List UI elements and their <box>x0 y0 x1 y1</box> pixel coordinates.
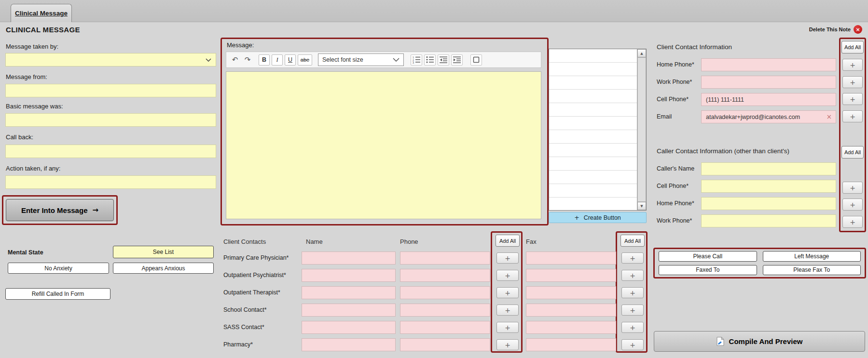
school-fax-input[interactable] <box>526 304 616 317</box>
home-phone-input[interactable] <box>701 58 836 71</box>
psychiatrist-name-input[interactable] <box>302 269 396 282</box>
therapist-add-fax-button[interactable]: + <box>621 287 644 298</box>
scroll-up-button[interactable]: ▲ <box>637 49 646 57</box>
appears-anxious-button[interactable]: Appears Anxious <box>113 263 214 274</box>
therapist-fax-input[interactable] <box>526 286 616 299</box>
basic-message-input[interactable] <box>5 113 216 127</box>
square-outline-button[interactable] <box>470 54 482 66</box>
add-caller-cell-phone-button[interactable]: + <box>842 182 863 194</box>
add-all-phone-button[interactable]: Add All <box>496 235 520 247</box>
school-name-input[interactable] <box>302 304 396 317</box>
clear-email-icon[interactable]: × <box>827 113 832 120</box>
please-call-button[interactable]: Please Call <box>659 251 757 262</box>
pcp-phone-input[interactable] <box>400 252 490 265</box>
quick-button-slot[interactable] <box>549 130 637 144</box>
sass-add-fax-button[interactable]: + <box>621 322 644 333</box>
psychiatrist-fax-input[interactable] <box>526 269 616 282</box>
quick-button-slot[interactable] <box>549 90 637 103</box>
faxed-to-button[interactable]: Faxed To <box>659 265 757 276</box>
no-anxiety-button[interactable]: No Anxiety <box>8 263 109 274</box>
caller-cell-phone-input[interactable] <box>701 180 836 193</box>
pcp-name-input[interactable] <box>302 252 396 265</box>
enter-into-message-button[interactable]: Enter Into Message → <box>6 199 114 221</box>
quick-button-slot[interactable] <box>549 63 637 76</box>
field-label-action-taken: Action taken, if any: <box>6 165 60 172</box>
message-from-input[interactable] <box>5 84 216 97</box>
refill-called-in-form-button[interactable]: Refill Called In Form <box>5 288 110 300</box>
scrollbar-thumb[interactable] <box>637 57 646 202</box>
redo-button[interactable]: ↷ <box>242 54 253 66</box>
school-phone-input[interactable] <box>400 304 490 317</box>
pharmacy-add-fax-button[interactable]: + <box>621 339 644 350</box>
cell-phone-input[interactable] <box>701 93 836 106</box>
bold-button[interactable]: B <box>259 54 270 66</box>
tab-clinical-message[interactable]: Clinical Message <box>11 4 72 22</box>
email-input[interactable] <box>701 110 836 123</box>
numbered-list-button[interactable]: 123 <box>411 54 422 66</box>
add-cell-phone-button[interactable]: + <box>842 93 863 105</box>
see-list-button[interactable]: See List <box>113 246 214 258</box>
quick-button-slot[interactable] <box>549 144 637 157</box>
bullet-list-button[interactable] <box>424 54 436 66</box>
caller-work-phone-input[interactable] <box>701 214 836 227</box>
psychiatrist-add-fax-button[interactable]: + <box>621 270 644 281</box>
add-all-fax-button[interactable]: Add All <box>620 235 645 247</box>
scroll-down-button[interactable]: ▼ <box>637 202 646 210</box>
quick-button-slot[interactable] <box>549 76 637 90</box>
add-email-button[interactable]: + <box>842 110 863 122</box>
psychiatrist-phone-input[interactable] <box>400 269 490 282</box>
add-work-phone-button[interactable]: + <box>842 76 863 88</box>
caller-name-input[interactable] <box>701 162 836 175</box>
indent-button[interactable] <box>451 54 463 66</box>
pcp-add-fax-button[interactable]: + <box>621 252 644 264</box>
quick-button-slot[interactable] <box>549 117 637 130</box>
add-all-caller-contact-button[interactable]: Add All <box>841 146 864 159</box>
message-taken-by-select[interactable] <box>5 53 216 66</box>
school-add-phone-button[interactable]: + <box>496 305 519 316</box>
undo-button[interactable]: ↶ <box>230 54 240 66</box>
scrollbar[interactable]: ▲ ▼ <box>637 49 646 210</box>
please-fax-to-button[interactable]: Please Fax To <box>763 265 861 276</box>
left-message-button[interactable]: Left Message <box>763 251 861 262</box>
add-all-client-contact-button[interactable]: Add All <box>841 41 864 53</box>
quick-button-slot[interactable] <box>549 49 637 63</box>
pharmacy-name-input[interactable] <box>302 338 396 351</box>
add-caller-home-phone-button[interactable]: + <box>842 199 863 211</box>
add-caller-work-phone-button[interactable]: + <box>842 216 863 228</box>
create-button[interactable]: + Create Button <box>549 212 647 223</box>
school-add-fax-button[interactable]: + <box>621 305 644 316</box>
call-back-input[interactable] <box>5 145 216 158</box>
strikethrough-button[interactable]: abe <box>298 54 312 66</box>
font-size-select[interactable]: Select font size <box>318 53 404 66</box>
pharmacy-fax-input[interactable] <box>526 338 616 351</box>
quick-button-slot[interactable] <box>549 157 637 171</box>
quick-button-slot[interactable] <box>549 198 637 211</box>
sass-add-phone-button[interactable]: + <box>496 322 519 333</box>
therapist-name-input[interactable] <box>302 286 396 299</box>
psychiatrist-add-phone-button[interactable]: + <box>496 270 519 281</box>
sass-name-input[interactable] <box>302 321 396 334</box>
quick-buttons-list[interactable]: ▲ ▼ <box>549 49 647 211</box>
caller-home-phone-input[interactable] <box>701 197 836 210</box>
delete-note-button[interactable]: Delete This Note × <box>809 25 862 34</box>
quick-button-slot[interactable] <box>549 184 637 198</box>
add-home-phone-button[interactable]: + <box>842 59 863 71</box>
delete-note-icon[interactable]: × <box>854 25 862 34</box>
compile-and-preview-button[interactable]: Compile And Preview <box>654 331 865 352</box>
pcp-fax-input[interactable] <box>526 252 616 265</box>
underline-button[interactable]: U <box>285 54 296 66</box>
therapist-add-phone-button[interactable]: + <box>496 287 519 298</box>
outdent-button[interactable] <box>438 54 449 66</box>
work-phone-input[interactable] <box>701 76 836 89</box>
quick-button-slot[interactable] <box>549 171 637 184</box>
sass-phone-input[interactable] <box>400 321 490 334</box>
pharmacy-add-phone-button[interactable]: + <box>496 339 519 350</box>
action-taken-input[interactable] <box>5 175 216 189</box>
italic-button[interactable]: I <box>272 54 283 66</box>
therapist-phone-input[interactable] <box>400 286 490 299</box>
message-body-textarea[interactable] <box>226 71 541 219</box>
sass-fax-input[interactable] <box>526 321 616 334</box>
pharmacy-phone-input[interactable] <box>400 338 490 351</box>
quick-button-slot[interactable] <box>549 103 637 117</box>
pcp-add-phone-button[interactable]: + <box>496 252 519 264</box>
